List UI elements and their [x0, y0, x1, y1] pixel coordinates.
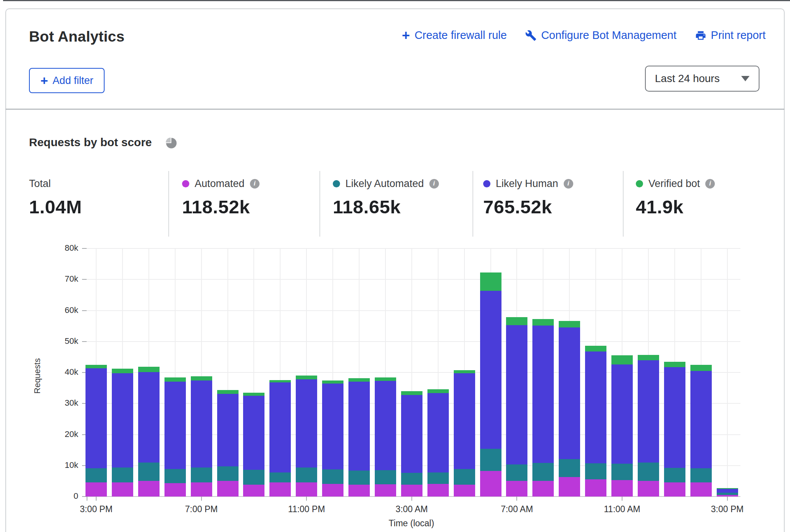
bar-segment-likely-automated[interactable] — [559, 459, 580, 477]
bar-segment-automated[interactable] — [480, 471, 501, 497]
bar-segment-likely-automated[interactable] — [375, 470, 396, 484]
bar-segment-likely-automated[interactable] — [454, 469, 475, 485]
bar-segment-likely-human[interactable] — [296, 379, 317, 468]
bar-segment-automated[interactable] — [138, 481, 160, 497]
bar-segment-likely-human[interactable] — [269, 382, 291, 472]
bar-segment-likely-automated[interactable] — [322, 469, 343, 484]
requests-bar-chart[interactable]: Requests Time (local) 010k20k30k40k50k60… — [0, 0, 790, 532]
bar-segment-automated[interactable] — [375, 484, 396, 497]
bar-segment-verified-bot[interactable] — [85, 365, 107, 369]
bar-segment-verified-bot[interactable] — [638, 355, 659, 360]
bar-segment-likely-human[interactable] — [611, 364, 633, 464]
bar-segment-verified-bot[interactable] — [243, 393, 264, 396]
bar-segment-automated[interactable] — [638, 481, 659, 497]
bar-segment-likely-human[interactable] — [506, 325, 527, 464]
bar-segment-likely-automated[interactable] — [296, 468, 317, 482]
bar-segment-automated[interactable] — [348, 485, 370, 497]
bar-segment-automated[interactable] — [85, 482, 107, 497]
bar-segment-automated[interactable] — [532, 481, 554, 497]
bar-segment-automated[interactable] — [690, 482, 712, 497]
bar-segment-likely-automated[interactable] — [638, 463, 659, 481]
bar-segment-verified-bot[interactable] — [532, 319, 554, 325]
bar-segment-likely-human[interactable] — [480, 291, 501, 449]
bar-segment-likely-human[interactable] — [638, 360, 659, 463]
bar-segment-likely-human[interactable] — [243, 396, 264, 470]
bar-segment-likely-automated[interactable] — [585, 463, 606, 479]
bar-segment-likely-human[interactable] — [532, 326, 554, 463]
bar-segment-automated[interactable] — [112, 482, 133, 497]
bar-segment-likely-human[interactable] — [375, 381, 396, 470]
bar-segment-likely-human[interactable] — [559, 327, 580, 459]
bar-segment-verified-bot[interactable] — [348, 378, 370, 381]
bar-segment-likely-automated[interactable] — [112, 468, 133, 482]
bar-segment-likely-automated[interactable] — [401, 473, 422, 485]
bar-segment-likely-automated[interactable] — [269, 472, 291, 483]
bar-segment-likely-human[interactable] — [690, 371, 712, 468]
bar-segment-likely-automated[interactable] — [348, 471, 370, 485]
bar-segment-verified-bot[interactable] — [611, 355, 633, 364]
bar-segment-automated[interactable] — [322, 484, 343, 497]
bar-segment-likely-automated[interactable] — [243, 470, 264, 485]
bar-segment-verified-bot[interactable] — [217, 390, 239, 394]
bar-segment-likely-automated[interactable] — [217, 466, 239, 480]
bar-segment-automated[interactable] — [611, 480, 633, 497]
bar-segment-automated[interactable] — [401, 485, 422, 497]
bar-segment-likely-human[interactable] — [85, 368, 107, 468]
bar-segment-likely-human[interactable] — [138, 372, 160, 463]
bar-segment-automated[interactable] — [243, 485, 264, 497]
bar-segment-likely-human[interactable] — [401, 395, 422, 473]
bar-segment-likely-human[interactable] — [585, 351, 606, 463]
bar-segment-likely-automated[interactable] — [138, 463, 160, 481]
bar-segment-likely-human[interactable] — [217, 394, 239, 466]
bar-segment-automated[interactable] — [269, 482, 291, 497]
bar-segment-verified-bot[interactable] — [401, 391, 422, 395]
bar-segment-likely-human[interactable] — [112, 373, 133, 468]
bar-segment-likely-human[interactable] — [164, 382, 186, 469]
bar-segment-verified-bot[interactable] — [375, 377, 396, 381]
bar-segment-verified-bot[interactable] — [559, 321, 580, 327]
bar-segment-likely-human[interactable] — [427, 393, 449, 473]
bar-segment-likely-automated[interactable] — [717, 493, 738, 495]
bar-segment-likely-automated[interactable] — [611, 464, 633, 480]
bar-segment-verified-bot[interactable] — [427, 389, 449, 393]
bar-segment-verified-bot[interactable] — [506, 317, 527, 325]
bar-segment-automated[interactable] — [506, 481, 527, 497]
bar-segment-automated[interactable] — [217, 481, 239, 497]
bar-segment-verified-bot[interactable] — [454, 370, 475, 373]
bar-segment-likely-automated[interactable] — [532, 463, 554, 481]
bar-segment-likely-human[interactable] — [717, 489, 738, 493]
bar-segment-likely-automated[interactable] — [506, 464, 527, 481]
bar-segment-automated[interactable] — [454, 485, 475, 497]
bar-segment-likely-automated[interactable] — [480, 449, 501, 471]
bar-segment-likely-human[interactable] — [454, 373, 475, 469]
bar-segment-likely-human[interactable] — [191, 380, 212, 468]
bar-segment-likely-automated[interactable] — [191, 468, 212, 482]
bar-segment-likely-automated[interactable] — [164, 469, 186, 483]
bar-segment-verified-bot[interactable] — [480, 272, 501, 290]
bar-segment-automated[interactable] — [585, 479, 606, 497]
bar-segment-likely-human[interactable] — [348, 382, 370, 471]
bar-segment-verified-bot[interactable] — [138, 367, 160, 372]
bar-segment-verified-bot[interactable] — [296, 376, 317, 379]
bar-segment-verified-bot[interactable] — [664, 362, 685, 367]
bar-segment-automated[interactable] — [296, 482, 317, 497]
bar-segment-likely-automated[interactable] — [664, 468, 685, 482]
bar-segment-automated[interactable] — [164, 483, 186, 497]
bar-segment-likely-automated[interactable] — [690, 468, 712, 482]
bar-segment-likely-automated[interactable] — [85, 468, 107, 482]
bar-segment-automated[interactable] — [559, 477, 580, 497]
bar-segment-likely-automated[interactable] — [427, 472, 449, 484]
bar-segment-likely-human[interactable] — [664, 367, 685, 468]
bar-segment-verified-bot[interactable] — [164, 377, 186, 382]
bar-segment-verified-bot[interactable] — [269, 380, 291, 383]
bar-segment-verified-bot[interactable] — [585, 346, 606, 351]
bar-segment-automated[interactable] — [427, 484, 449, 497]
bar-segment-automated[interactable] — [664, 482, 685, 497]
bar-segment-verified-bot[interactable] — [322, 380, 343, 384]
bar-segment-verified-bot[interactable] — [191, 376, 212, 380]
bar-segment-likely-human[interactable] — [322, 384, 343, 469]
bar-segment-automated[interactable] — [191, 482, 212, 497]
bar-segment-verified-bot[interactable] — [717, 488, 738, 489]
bar-segment-verified-bot[interactable] — [112, 369, 133, 373]
bar-segment-verified-bot[interactable] — [690, 365, 712, 371]
